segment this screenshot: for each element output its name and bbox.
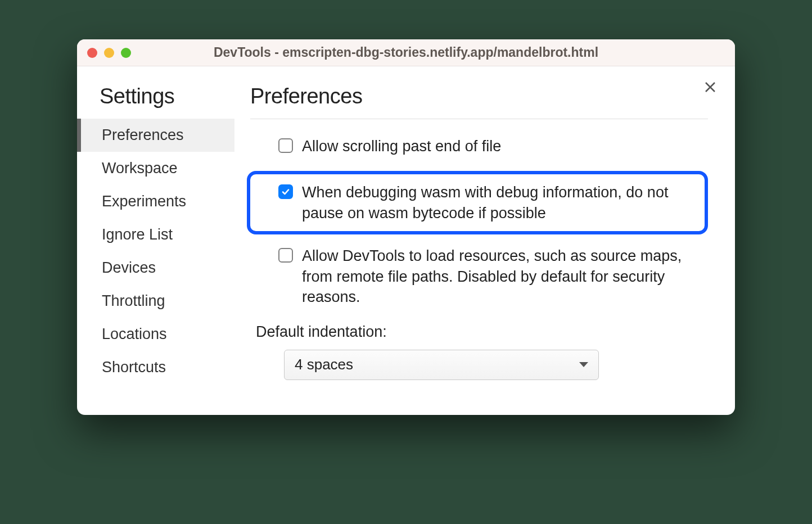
- indentation-label: Default indentation:: [256, 323, 708, 341]
- sidebar-item-locations[interactable]: Locations: [77, 318, 234, 351]
- option-label: Allow DevTools to load resources, such a…: [302, 246, 708, 307]
- preference-option: When debugging wasm with debug informati…: [247, 171, 708, 234]
- close-icon[interactable]: [703, 79, 717, 97]
- settings-sidebar: Settings PreferencesWorkspaceExperiments…: [77, 66, 234, 398]
- sidebar-item-shortcuts[interactable]: Shortcuts: [77, 351, 234, 384]
- devtools-settings-window: DevTools - emscripten-dbg-stories.netlif…: [77, 39, 735, 415]
- sidebar-item-workspace[interactable]: Workspace: [77, 152, 234, 185]
- settings-body: Settings PreferencesWorkspaceExperiments…: [77, 66, 735, 415]
- minimize-window-button[interactable]: [104, 48, 114, 58]
- panel-heading: Preferences: [250, 84, 708, 109]
- option-label: When debugging wasm with debug informati…: [302, 182, 694, 223]
- checkbox[interactable]: [278, 138, 293, 153]
- divider: [250, 119, 708, 119]
- sidebar-item-devices[interactable]: Devices: [77, 251, 234, 284]
- checkbox[interactable]: [278, 184, 293, 199]
- chevron-down-icon: [579, 362, 588, 367]
- indentation-value: 4 spaces: [295, 356, 353, 373]
- sidebar-item-experiments[interactable]: Experiments: [77, 185, 234, 218]
- sidebar-item-ignore-list[interactable]: Ignore List: [77, 218, 234, 251]
- checkbox[interactable]: [278, 248, 293, 263]
- sidebar-item-preferences[interactable]: Preferences: [77, 119, 234, 152]
- window-titlebar: DevTools - emscripten-dbg-stories.netlif…: [77, 39, 735, 66]
- sidebar-item-throttling[interactable]: Throttling: [77, 284, 234, 318]
- preference-option: Allow DevTools to load resources, such a…: [250, 246, 708, 307]
- option-label: Allow scrolling past end of file: [302, 136, 501, 156]
- sidebar-heading: Settings: [77, 84, 234, 109]
- indentation-select[interactable]: 4 spaces: [284, 350, 599, 380]
- traffic-lights: [87, 48, 131, 58]
- window-title: DevTools - emscripten-dbg-stories.netlif…: [77, 45, 735, 60]
- close-window-button[interactable]: [87, 48, 97, 58]
- preferences-panel: Preferences Allow scrolling past end of …: [234, 66, 735, 398]
- preference-option: Allow scrolling past end of file: [250, 136, 708, 156]
- zoom-window-button[interactable]: [121, 48, 131, 58]
